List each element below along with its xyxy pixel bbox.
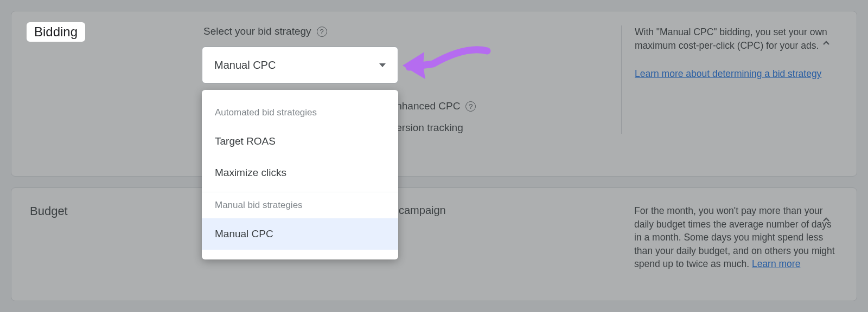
dropdown-group-manual: Manual bid strategies xyxy=(202,192,398,218)
collapse-icon[interactable] xyxy=(819,35,834,50)
collapse-icon[interactable] xyxy=(819,212,834,227)
help-icon[interactable]: ? xyxy=(317,27,327,37)
budget-title: Budget xyxy=(30,204,68,218)
budget-card: Budget campaign For the month, you won't… xyxy=(11,187,857,301)
bid-strategy-dropdown: Automated bid strategies Target ROAS Max… xyxy=(202,90,398,259)
dropdown-item-maximize-clicks[interactable]: Maximize clicks xyxy=(202,157,398,188)
bid-strategy-selected-value: Manual CPC xyxy=(214,59,276,72)
bid-strategy-label: Select your bid strategy ? xyxy=(203,25,621,37)
bidding-card: Select your bid strategy ? xxxxxxxxxxxxx… xyxy=(11,11,857,177)
dropdown-item-manual-cpc[interactable]: Manual CPC xyxy=(202,218,398,250)
annotation-arrow xyxy=(400,40,498,89)
bid-strategy-select[interactable]: Manual CPC xyxy=(202,47,398,83)
budget-info-text: For the month, you won't pay more than y… xyxy=(634,205,835,269)
help-icon[interactable]: ? xyxy=(465,101,476,112)
chevron-down-icon xyxy=(379,63,386,67)
bidding-info-text: With "Manual CPC" bidding, you set your … xyxy=(635,25,838,52)
dropdown-group-automated: Automated bid strategies xyxy=(202,100,398,126)
bidding-title: Bidding xyxy=(27,22,85,42)
bidding-learn-more-link[interactable]: Learn more about determining a bid strat… xyxy=(635,68,821,79)
dropdown-item-target-roas[interactable]: Target ROAS xyxy=(202,126,398,157)
budget-mid-text: campaign xyxy=(399,204,446,216)
budget-learn-more-link[interactable]: Learn more xyxy=(752,258,801,269)
